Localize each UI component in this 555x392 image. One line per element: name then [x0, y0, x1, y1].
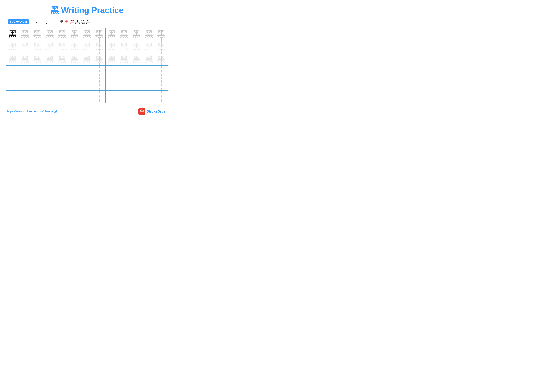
- grid-cell: [155, 78, 168, 90]
- practice-character: 黑: [46, 55, 54, 64]
- grid-cell: [118, 78, 130, 90]
- grid-cell: [19, 91, 31, 103]
- practice-character: 黑: [120, 55, 128, 64]
- grid-cell: [68, 91, 81, 103]
- practice-character: 黑: [21, 30, 29, 38]
- grid-cell: [118, 91, 130, 103]
- grid-cell: [130, 66, 143, 78]
- grid-cell: [19, 78, 31, 90]
- grid-cell: 黑: [130, 28, 143, 40]
- grid-cell: [68, 78, 81, 90]
- practice-character: 黑: [83, 43, 91, 51]
- footer: https://www.strokeorder.com/chinese/黑 字 …: [6, 108, 168, 115]
- grid-row: 黑黑黑黑黑黑黑黑黑黑黑黑黑: [7, 53, 168, 66]
- grid-cell: [19, 66, 31, 78]
- grid-row: [7, 78, 168, 91]
- grid-cell: [130, 91, 143, 103]
- practice-character: 黑: [145, 43, 153, 51]
- grid-cell: 黑: [118, 53, 130, 65]
- grid-cell: [56, 66, 68, 78]
- logo-icon-char: 字: [140, 109, 144, 114]
- grid-cell: 黑: [106, 41, 118, 53]
- grid-cell: 黑: [118, 28, 130, 40]
- grid-cell: [56, 78, 68, 90]
- grid-cell: [106, 91, 118, 103]
- practice-character: 黑: [132, 55, 141, 64]
- grid-cell: [143, 66, 155, 78]
- grid-cell: [56, 91, 68, 103]
- grid-row: 黑黑黑黑黑黑黑黑黑黑黑黑黑: [7, 41, 168, 53]
- practice-character: 黑: [108, 30, 116, 38]
- grid-cell: [93, 78, 106, 90]
- practice-character: 黑: [95, 30, 103, 38]
- page-title: 黑 Writing Practice: [6, 5, 168, 16]
- logo-text-stroke: Stroke: [147, 109, 157, 113]
- practice-character: 黑: [33, 55, 41, 64]
- practice-character: 黑: [21, 43, 29, 51]
- grid-row: [7, 91, 168, 103]
- grid-cell: 黑: [155, 28, 168, 40]
- grid-cell: [31, 66, 44, 78]
- grid-cell: 黑: [31, 41, 44, 53]
- grid-cell: 黑: [93, 53, 106, 65]
- grid-cell: [31, 91, 44, 103]
- grid-cell: 黑: [68, 28, 81, 40]
- practice-character: 黑: [145, 30, 153, 38]
- grid-cell: 黑: [143, 28, 155, 40]
- grid-cell: [7, 66, 19, 78]
- grid-cell: 黑: [155, 53, 168, 65]
- grid-row: [7, 66, 168, 78]
- practice-character: 黑: [8, 55, 17, 64]
- practice-character: 黑: [83, 55, 91, 64]
- stroke-order-row: Stroke Order 丶⌐⌐冂囗甲里里黑黑黑黑: [6, 19, 168, 25]
- practice-character: 黑: [132, 30, 141, 38]
- grid-cell: [106, 66, 118, 78]
- grid-cell: 黑: [81, 53, 93, 65]
- practice-character: 黑: [70, 43, 79, 51]
- practice-character: 黑: [108, 55, 116, 64]
- grid-cell: [44, 66, 56, 78]
- practice-character: 黑: [83, 30, 91, 38]
- practice-character: 黑: [33, 43, 41, 51]
- grid-cell: 黑: [19, 41, 31, 53]
- practice-character: 黑: [157, 43, 166, 51]
- practice-character: 黑: [132, 43, 141, 51]
- grid-row: 黑黑黑黑黑黑黑黑黑黑黑黑黑: [7, 28, 168, 41]
- grid-cell: 黑: [81, 28, 93, 40]
- practice-character: 黑: [95, 43, 103, 51]
- grid-cell: [155, 66, 168, 78]
- practice-character: 黑: [95, 55, 103, 64]
- grid-cell: [93, 66, 106, 78]
- footer-logo: 字 StrokeOrder: [139, 108, 167, 115]
- grid-cell: [81, 66, 93, 78]
- grid-cell: 黑: [93, 28, 106, 40]
- practice-grid: 黑黑黑黑黑黑黑黑黑黑黑黑黑黑黑黑黑黑黑黑黑黑黑黑黑黑黑黑黑黑黑黑黑黑黑黑黑黑黑: [6, 28, 168, 103]
- grid-cell: 黑: [68, 53, 81, 65]
- practice-character: 黑: [70, 30, 79, 38]
- grid-cell: 黑: [31, 28, 44, 40]
- grid-cell: 黑: [56, 53, 68, 65]
- grid-cell: [155, 91, 168, 103]
- logo-text-order: Order: [157, 109, 167, 113]
- logo-text: StrokeOrder: [147, 109, 167, 114]
- grid-cell: 黑: [44, 41, 56, 53]
- grid-cell: [44, 91, 56, 103]
- grid-cell: 黑: [7, 41, 19, 53]
- grid-cell: 黑: [56, 41, 68, 53]
- grid-cell: [7, 78, 19, 90]
- grid-cell: [93, 91, 106, 103]
- grid-cell: 黑: [19, 28, 31, 40]
- grid-cell: 黑: [56, 28, 68, 40]
- grid-cell: 黑: [7, 28, 19, 40]
- grid-cell: 黑: [106, 53, 118, 65]
- grid-cell: 黑: [130, 41, 143, 53]
- grid-cell: [7, 91, 19, 103]
- grid-cell: [31, 78, 44, 90]
- logo-icon: 字: [139, 108, 145, 115]
- grid-cell: [143, 78, 155, 90]
- footer-url[interactable]: https://www.strokeorder.com/chinese/黑: [7, 110, 57, 113]
- grid-cell: 黑: [44, 53, 56, 65]
- grid-cell: [44, 78, 56, 90]
- practice-character: 黑: [157, 55, 166, 64]
- grid-cell: [143, 91, 155, 103]
